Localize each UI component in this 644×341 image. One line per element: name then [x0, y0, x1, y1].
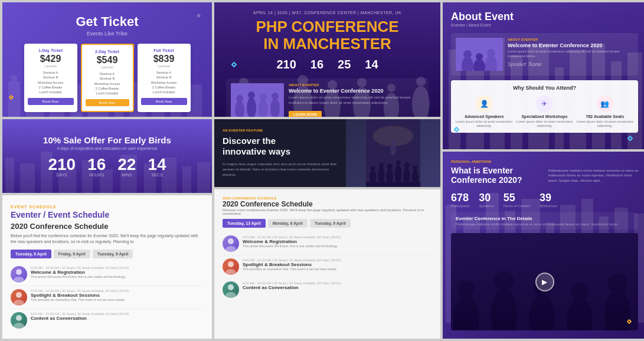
svg-point-59	[387, 163, 393, 169]
about-signature: Speaker Name	[508, 61, 633, 67]
discover-label: AN EVENTER FEATURE	[223, 129, 338, 132]
sched-center-info-2: 9:00 AM - 10:30 AM | 30 Seats | 30 Seats…	[243, 258, 341, 271]
sched-center-avatar-2	[223, 258, 239, 275]
plan-btn-full[interactable]: Book Now	[141, 98, 187, 105]
sched-center-avatar-3	[223, 281, 239, 298]
plan-features-full: Seminar ASeminar BWorkshop Access2 Coffe…	[141, 70, 187, 94]
about-title: About Event	[451, 11, 514, 23]
tab-tuesday2[interactable]: Tuesday, 9 April	[93, 250, 133, 258]
svg-rect-12	[5, 158, 14, 193]
tab-friday[interactable]: Friday, 9 April	[54, 250, 90, 258]
ticket-plans: 1-Day Ticket $429 / person Seminar ASemi…	[8, 44, 206, 112]
sched-center-info-1: 9:00 AM - 10:30 AM | 30 Seats | 30 Seats…	[243, 235, 341, 248]
ticket-plan-2day[interactable]: 2-Day Ticket $549 / person Seminar ASemi…	[81, 44, 134, 112]
stat-4: 14	[365, 58, 378, 71]
svg-point-57	[379, 162, 384, 167]
early-birds-sub: 4 days of Inspiration and education on u…	[57, 146, 157, 150]
svg-point-70	[225, 246, 236, 252]
schedule-left-card: Event Schedule Eventer / Event Schedule …	[2, 195, 212, 339]
discover-title: Discover theinnovative ways	[223, 136, 338, 157]
why-item-3: 👥 762 Available Seats Lorem ipsum dolor …	[577, 96, 633, 128]
svg-point-90	[476, 53, 483, 60]
eventer-stat-4: 39 Workshops	[540, 192, 557, 208]
svg-point-62	[403, 167, 410, 183]
sched-avatar-2	[11, 289, 27, 306]
eventer-label: PERSONAL AMBITIONS	[451, 160, 541, 163]
plan-price-1day: $429	[28, 54, 74, 64]
plan-btn-1day[interactable]: Book Now	[28, 98, 74, 105]
svg-rect-13	[20, 163, 35, 193]
eventer-video[interactable]: ▶	[451, 233, 638, 330]
svg-rect-22	[197, 162, 210, 193]
eventer-desc: Pellentesque habitant morbi tristique se…	[548, 168, 639, 183]
about-welcome: ABOUT EVENTER Welcome to Eventer Confere…	[451, 33, 638, 76]
svg-point-23	[16, 269, 22, 275]
stat-3: 25	[338, 58, 351, 71]
sched-center-tabs: Tuesday, 13 April Monday, 8 April Tuesda…	[223, 219, 432, 228]
right-column: About Event Eventer / About Event	[443, 2, 644, 339]
ticket-plan-1day[interactable]: 1-Day Ticket $429 / person Seminar ASemi…	[24, 44, 77, 112]
svg-point-61	[396, 160, 401, 165]
why-desc-2: Lorem ipsum dolor sit amet consectetur a…	[516, 120, 573, 128]
svg-point-88	[463, 50, 472, 58]
svg-rect-68	[366, 182, 420, 187]
why-title-1: Advanced Speakers	[456, 114, 512, 119]
sched-center-row-3: 9:00 AM - 10:30 AM | 30 Seats | 30 Seats…	[223, 278, 432, 301]
countdown-days: 210 Days	[48, 156, 76, 177]
eventer-conf-title-section: Eventer Conference In The Details Pellen…	[451, 212, 638, 229]
svg-point-56	[378, 166, 384, 183]
svg-point-74	[225, 292, 236, 298]
left-column: Get Ticket Events Like Tribe 1-Day Ticke…	[2, 2, 212, 339]
why-items: 👤 Advanced Speakers Lorem ipsum dolor si…	[456, 96, 633, 128]
plan-btn-2day[interactable]: Book Now	[86, 99, 129, 106]
countdown-mins: 22 Mins	[117, 156, 136, 177]
svg-point-60	[395, 165, 401, 183]
seats-icon: 👥	[597, 96, 613, 112]
discover-card: AN EVENTER FEATURE Discover theinnovativ…	[214, 119, 440, 187]
about-title-section: About Event Eventer / About Event	[451, 11, 514, 27]
svg-point-51	[272, 93, 279, 100]
conference-top-info: APRIL 14 | 2020 | W37, CONFERENCE CENTER…	[253, 11, 402, 15]
eventer-video-title: Eventer Conference In The Details	[456, 216, 633, 221]
svg-point-113	[494, 271, 514, 290]
welcome-section: ABOUT EVENTER Welcome to Eventer Confere…	[226, 78, 429, 117]
why-attend-title: Why Should You Attend?	[456, 85, 633, 91]
svg-point-47	[248, 91, 255, 99]
center-column: APRIL 14 | 2020 | W37, CONFERENCE CENTER…	[214, 2, 440, 339]
speaker-icon: 👤	[476, 96, 492, 112]
eventer-card: PERSONAL AMBITIONS What is Eventer Confe…	[443, 152, 644, 339]
learn-more-btn[interactable]: LEARN MORE	[289, 111, 322, 117]
conference-card: APRIL 14 | 2020 | W37, CONFERENCE CENTER…	[214, 2, 440, 117]
svg-point-25	[16, 292, 22, 298]
schedule-conf-desc: Below you'll find the conference schedul…	[11, 233, 204, 245]
plan-name-full: Full Ticket	[141, 48, 187, 53]
svg-point-27	[16, 315, 22, 321]
tab-tuesday[interactable]: Tuesday, 9 April	[11, 250, 51, 258]
eventer-stat-2: 30 Speakers	[479, 192, 493, 208]
sched-tab-1[interactable]: Tuesday, 13 April	[223, 219, 266, 228]
eventer-stat-3: 55 Hours of Content	[504, 192, 530, 208]
sched-row-2: 9:00 AM - 10:30 AM | 30 Seats | 30 Seats…	[11, 286, 204, 309]
early-birds-countdown: 210 Days 16 Hours 22 Mins 14 Secs	[48, 156, 166, 177]
plan-price-full: $839	[141, 54, 187, 64]
sched-info-3: 9:00 AM - 10:30 AM | 30 Seats | 30 Seats…	[31, 312, 129, 321]
plan-features-2day: Seminar ASeminar BWorkshop Access2 Coffe…	[86, 71, 129, 96]
welcome-title: Welcome to Eventer Conference 2020	[289, 88, 424, 94]
why-title-3: 762 Available Seats	[577, 114, 633, 119]
sched-info-2: 9:00 AM - 10:30 AM | 30 Seats | 30 Seats…	[31, 289, 129, 301]
play-button[interactable]: ▶	[535, 273, 554, 291]
sched-center-title: 2020 Conference Schedule	[223, 200, 432, 208]
discover-image	[346, 119, 440, 187]
schedule-section-sub: Eventer / Event Schedule	[11, 210, 204, 219]
sched-tab-2[interactable]: Monday, 8 April	[268, 219, 308, 228]
ticket-card: Get Ticket Events Like Tribe 1-Day Ticke…	[2, 2, 212, 117]
welcome-desc: Lorem ipsum dolor sit amet consectetur a…	[289, 95, 424, 105]
eventer-title: What is Eventer Conference 2020?	[451, 166, 541, 185]
sched-tab-3[interactable]: Tuesday, 9 April	[310, 219, 351, 228]
ticket-plan-full[interactable]: Full Ticket $839 / person Seminar ASemin…	[138, 44, 191, 112]
svg-point-58	[387, 169, 393, 183]
schedule-section-label: Event Schedule	[11, 205, 204, 209]
svg-point-71	[228, 261, 234, 267]
workshop-icon: ✈	[536, 96, 553, 112]
ticket-subtitle: Events Like Tribe	[87, 31, 128, 37]
